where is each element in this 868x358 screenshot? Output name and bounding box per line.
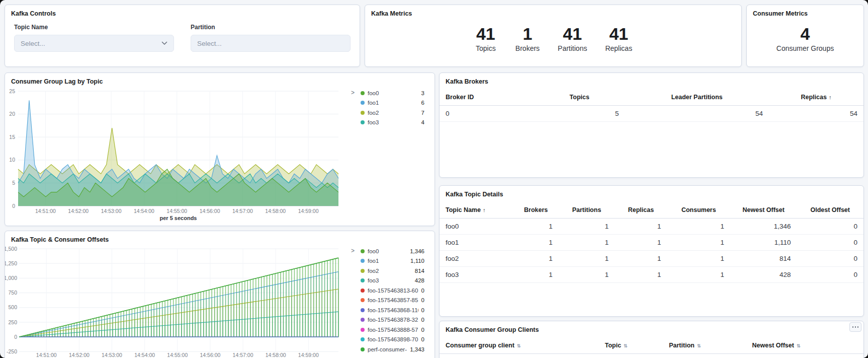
- kafka-metrics-group: 41Topics1Brokers41Partitions41Replicas: [365, 17, 741, 52]
- legend-dot-icon: [361, 249, 365, 253]
- legend-series-name: foo-1575463857-85...: [368, 297, 418, 303]
- legend-item[interactable]: foo-1575463888-57...0: [361, 325, 424, 335]
- series-bars-foo0: [22, 258, 339, 337]
- series-area-foo0: [18, 169, 338, 206]
- legend-item[interactable]: foo34: [361, 118, 424, 128]
- panel-title: Kafka Topic & Consumer Offsets: [5, 231, 435, 243]
- cell: foo0: [440, 219, 513, 235]
- metric-label: Consumer Groups: [776, 44, 834, 52]
- cell: 1: [615, 267, 667, 283]
- cell: 0: [797, 267, 863, 283]
- cell: 5: [534, 106, 625, 122]
- column-header[interactable]: Replicas↑: [769, 89, 863, 106]
- column-header[interactable]: Partition⇅: [663, 337, 746, 354]
- axis-tick-label: 14:51:00: [36, 352, 57, 358]
- metric-value: 1: [515, 24, 540, 44]
- axis-tick-label: 14:52:00: [69, 352, 90, 358]
- legend-series-name: foo2: [368, 110, 418, 116]
- axis-tick-label: 14:54:00: [134, 352, 155, 358]
- series-area-foo2: [18, 128, 338, 206]
- legend-item[interactable]: foo-1575463813-60...0: [361, 285, 424, 296]
- legend-item[interactable]: foo-1575463868-116...0: [361, 305, 424, 315]
- controls-row: Topic Name Select... Partition Select...: [5, 17, 360, 52]
- legend-item[interactable]: foo16: [361, 98, 424, 108]
- column-header: Partitions: [559, 202, 615, 219]
- panel-topic-consumer-offsets: Kafka Topic & Consumer Offsets 1,5001,25…: [5, 231, 435, 358]
- panel-title: Consumer Metrics: [747, 5, 863, 17]
- legend-item[interactable]: foo3428: [361, 276, 424, 286]
- series-topline-perf-consumer-...: [19, 258, 338, 337]
- legend-item[interactable]: foo2814: [361, 266, 424, 276]
- series-bars-foo2: [22, 289, 339, 337]
- legend-series-name: foo-1575463888-57...: [368, 327, 418, 333]
- column-header: Leader Partitions: [625, 89, 769, 106]
- axis-tick-label: 14:58:00: [266, 352, 286, 358]
- lag-chart-legend: > foo03foo16foo27foo34: [351, 88, 424, 127]
- series-area-foo3: [18, 174, 338, 206]
- panel-title: Kafka Brokers: [440, 73, 863, 85]
- table-row: foo311114280: [440, 267, 863, 283]
- legend-item[interactable]: foo27: [361, 108, 424, 118]
- legend-item[interactable]: perf-consumer-...1,343: [361, 344, 424, 354]
- sortable-icon: ⇅: [624, 343, 628, 348]
- series-bars-foo3: [22, 312, 339, 337]
- legend-item[interactable]: foo01,346: [361, 246, 424, 256]
- metric-label: Partitions: [558, 44, 587, 52]
- panel-title: Kafka Topic Details: [440, 186, 863, 198]
- partition-select[interactable]: Select...: [191, 35, 351, 52]
- axis-tick-label: 14:53:00: [101, 208, 122, 214]
- legend-series-value: 1,110: [410, 258, 424, 264]
- consumer-metrics-group: 4Consumer Groups: [747, 17, 863, 52]
- metric-label: Brokers: [515, 44, 540, 52]
- topic-details-table: Topic Name↑BrokersPartitionsReplicasCons…: [440, 202, 863, 283]
- offsets-chart: 1,5001,2501,0007505002500-25014:51:0014:…: [5, 244, 349, 358]
- legend-collapse-chevron[interactable]: >: [351, 89, 355, 97]
- cell: 1: [615, 251, 667, 267]
- column-header[interactable]: Topic Name↑: [440, 202, 513, 219]
- column-header: Replicas: [615, 202, 667, 219]
- axis-tick-label: per 5 seconds: [160, 215, 197, 221]
- axis-tick-label: 14:55:00: [166, 208, 187, 214]
- column-header[interactable]: Consumer group client⇅: [440, 337, 599, 354]
- legend-series-name: foo2: [368, 268, 412, 274]
- series-bars-foo1: [22, 272, 339, 337]
- axis-tick-label: 14:59:00: [298, 352, 319, 358]
- series-bars-perf-consumer-...: [22, 258, 339, 337]
- legend-collapse-chevron[interactable]: >: [351, 247, 355, 255]
- axis-tick-label: 1,500: [5, 246, 17, 252]
- legend-item[interactable]: foo03: [361, 88, 424, 98]
- column-header: Topics: [534, 89, 625, 106]
- sortable-icon: ⇅: [517, 343, 521, 348]
- column-header[interactable]: Newest Offset⇅: [746, 337, 863, 354]
- data-table: Topic Name↑BrokersPartitionsReplicasCons…: [440, 202, 863, 283]
- panel-consumer-group-clients: Kafka Consumer Group Clients Consumer gr…: [439, 321, 864, 358]
- partition-placeholder: Select...: [197, 40, 222, 47]
- cell: 0: [797, 251, 863, 267]
- data-table: Broker IDTopicsLeader PartitionsReplicas…: [440, 89, 863, 122]
- cell: 1: [513, 235, 559, 251]
- legend-item[interactable]: foo-1575463878-32...0: [361, 315, 424, 325]
- lag-chart: 051015202514:51:0014:52:0014:53:0014:54:…: [5, 86, 349, 223]
- legend-item[interactable]: foo-1575463857-85...0: [361, 296, 424, 306]
- column-header[interactable]: Topic⇅: [599, 337, 663, 354]
- table-row: consumer-1foo001,343: [440, 354, 863, 358]
- legend-list: foo03foo16foo27foo34: [351, 88, 424, 127]
- series-line-foo0: [18, 169, 338, 197]
- topic-name-select[interactable]: Select...: [14, 35, 174, 52]
- legend-series-value: 0: [421, 317, 424, 323]
- legend-dot-icon: [361, 278, 365, 282]
- legend-item[interactable]: foo-1575463898-70...0: [361, 335, 424, 345]
- panel-options-button[interactable]: [849, 322, 861, 332]
- cell: 1: [667, 219, 730, 235]
- panel-title: Consumer Group Lag by Topic: [5, 73, 435, 85]
- topic-name-placeholder: Select...: [21, 40, 45, 47]
- panel-title: Kafka Metrics: [365, 5, 741, 17]
- cell: 0: [797, 235, 863, 251]
- legend-item[interactable]: foo11,110: [361, 256, 424, 266]
- axis-tick-label: 14:59:00: [298, 208, 319, 214]
- topic-name-label: Topic Name: [14, 24, 174, 31]
- axis-tick-label: 14:53:00: [102, 352, 122, 358]
- legend-series-value: 0: [421, 327, 424, 333]
- metric-value: 41: [605, 24, 632, 44]
- cell: 0: [797, 219, 863, 235]
